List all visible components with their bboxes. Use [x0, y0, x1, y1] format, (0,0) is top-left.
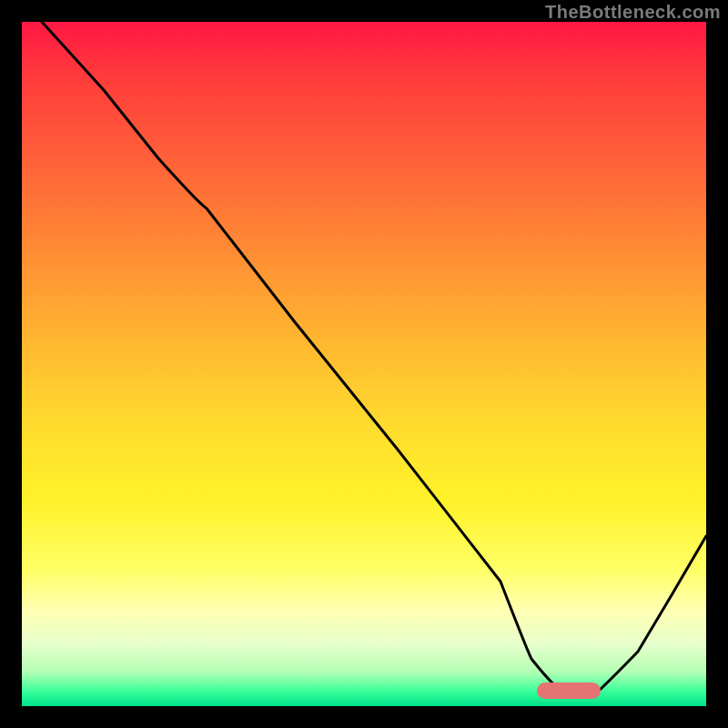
plot-area — [22, 22, 706, 706]
bottleneck-curve — [42, 22, 706, 693]
chart-overlay-svg — [22, 22, 706, 706]
watermark-text: TheBottleneck.com — [545, 2, 721, 23]
chart-frame: TheBottleneck.com — [0, 0, 728, 728]
optimal-marker — [537, 682, 601, 699]
